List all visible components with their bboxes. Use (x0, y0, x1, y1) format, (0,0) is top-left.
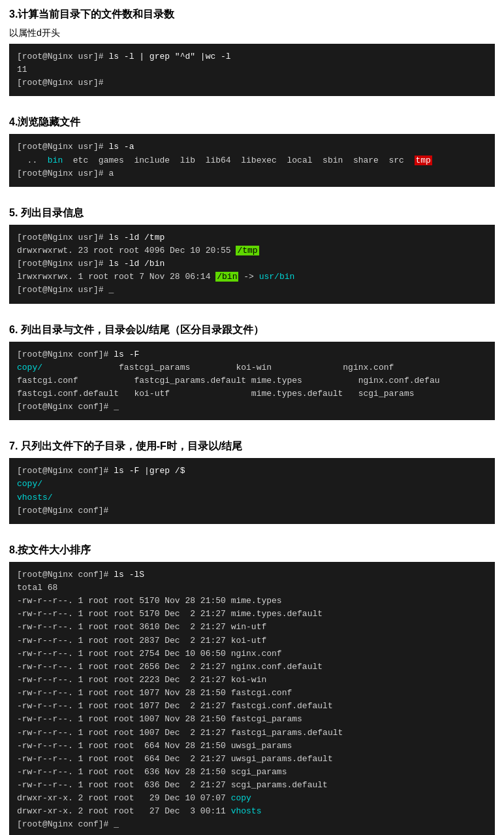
section-4-title: 4.浏览隐藏文件 (9, 114, 495, 130)
terminal-7: [root@Nginx conf]# ls -F |grep /$ copy/ … (9, 458, 495, 524)
section-8-title: 8.按文件大小排序 (9, 542, 495, 558)
terminal-8: [root@Nginx conf]# ls -lS total 68 -rw-r… (9, 562, 495, 835)
section-8: 8.按文件大小排序 [root@Nginx conf]# ls -lS tota… (0, 536, 504, 835)
section-5: 5. 列出目录信息 [root@Nginx usr]# ls -ld /tmp … (0, 199, 504, 316)
page-container: 3.计算当前目录下的文件数和目录数 以属性d开头 [root@Nginx usr… (0, 0, 504, 835)
section-7: 7. 只列出文件下的子目录，使用-F时，目录以/结尾 [root@Nginx c… (0, 432, 504, 536)
terminal-6: [root@Nginx conf]# ls -F copy/ fastcgi_p… (9, 342, 495, 421)
section-3: 3.计算当前目录下的文件数和目录数 以属性d开头 [root@Nginx usr… (0, 0, 504, 108)
section-3-subtitle: 以属性d开头 (9, 26, 495, 40)
section-6: 6. 列出目录与文件，目录会以/结尾（区分目录跟文件） [root@Nginx … (0, 316, 504, 433)
terminal-3: [root@Nginx usr]# ls -l | grep "^d" |wc … (9, 44, 495, 96)
section-7-title: 7. 只列出文件下的子目录，使用-F时，目录以/结尾 (9, 438, 495, 454)
section-3-title: 3.计算当前目录下的文件数和目录数 (9, 7, 495, 22)
terminal-5: [root@Nginx usr]# ls -ld /tmp drwxrwxrwt… (9, 225, 495, 304)
terminal-4: [root@Nginx usr]# ls -a .. bin etc games… (9, 134, 495, 186)
section-4: 4.浏览隐藏文件 [root@Nginx usr]# ls -a .. bin … (0, 108, 504, 198)
section-5-title: 5. 列出目录信息 (9, 205, 495, 221)
section-6-title: 6. 列出目录与文件，目录会以/结尾（区分目录跟文件） (9, 322, 495, 338)
